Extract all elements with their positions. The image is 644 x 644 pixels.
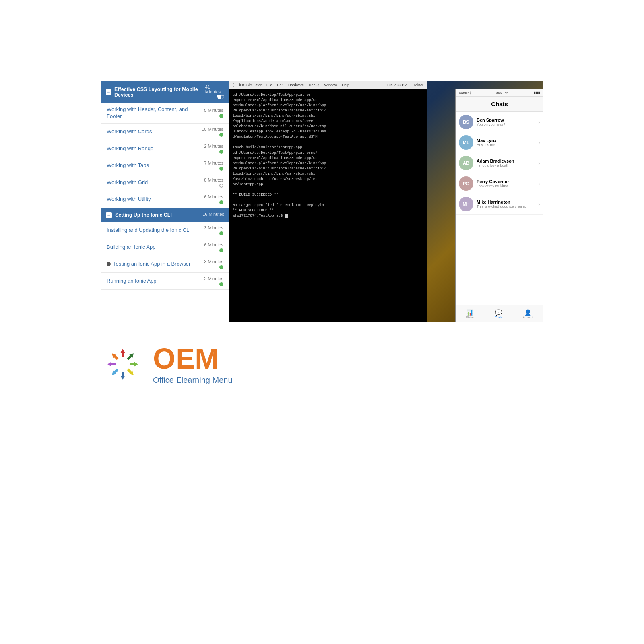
terminal-line: oolchain/usr/bin/dsymutil /Users/sc/Desk… [233,124,423,129]
item-left: Installing and Updating the Ionic CLI [107,227,195,234]
sidebar-item-header-content-footer[interactable]: Working with Header, Content, and Footer… [101,103,229,124]
item-label: Working with Header, Content, and Footer [107,106,195,120]
page-container: − Effective CSS Layouting for Mobile Dev… [0,0,644,644]
current-item-dot [107,262,111,266]
completion-dot [219,248,223,252]
menu-item-file[interactable]: File [266,83,272,87]
terminal-line [233,187,423,192]
completion-dot [219,167,223,171]
main-content: − Effective CSS Layouting for Mobile Dev… [101,80,543,322]
menu-item-simulator[interactable]: iOS Simulator [239,83,262,87]
collapse-icon[interactable]: − [106,212,112,218]
arrow-purple [107,362,116,367]
section-header-right: 41 Minutes [205,85,224,99]
terminal-line: local/bin:/usr/bin:/bin:/usr/sbin:/sbin" [233,171,423,177]
item-right: 8 Minutes [195,178,223,188]
completion-dot [219,184,223,188]
ios-nav-title: Chats [491,101,508,107]
chat-name-ben: Ben Sparrow [477,118,535,122]
chat-msg-max: Hey, it's me [477,143,535,147]
sidebar-item-running-app[interactable]: Running an Ionic App 2 Minutes [101,273,229,290]
item-left: Running an Ionic App [107,278,195,285]
chat-name-adam: Adam Bradleyson [477,159,535,163]
chat-msg-perry: Look at my muklus! [477,184,535,188]
status-tab-icon: 📊 [466,309,473,316]
chat-item-perry[interactable]: PG Perry Governor Look at my muklus! › [456,173,543,194]
arrow-darkgreen [126,352,135,361]
oem-tagline: Office Elearning Menu [153,376,233,385]
chevron-icon: › [538,160,540,166]
svg-marker-4 [126,367,135,377]
chat-item-max[interactable]: ML Max Lynx Hey, it's me › [456,132,543,153]
ios-chat-list: BS Ben Sparrow You on your way? › ML Max… [456,112,543,305]
terminal-line [233,198,423,203]
sidebar-item-tabs[interactable]: Working with Tabs 7 Minutes [101,157,229,174]
terminal-line: ulator/TestApp.app/TestApp -o /Users/sc/… [233,129,423,134]
sidebar-item-grid[interactable]: Working with Grid 8 Minutes [101,174,229,191]
section-header-left: − Setting Up the Ionic CLI [106,212,172,218]
chat-info-max: Max Lynx Hey, it's me [477,138,535,147]
oem-brand-text: OEM Office Elearning Menu [153,344,233,385]
terminal-output: cd /Users/sc/Desktop/TestApp/platfor exp… [229,89,427,322]
account-tab-icon: 👤 [524,309,531,316]
terminal-line: No target specified for emulator. Deploy… [233,203,423,208]
section-header-css[interactable]: − Effective CSS Layouting for Mobile Dev… [101,81,229,103]
terminal-line: /usr/bin/touch -c /Users/sc/Desktop/Tes [233,177,423,182]
svg-marker-3 [130,362,138,367]
item-duration: 2 Minutes [204,276,223,281]
tab-chats[interactable]: 💬 Chats [495,309,502,319]
item-label: Working with Range [107,145,195,152]
chevron-icon: › [538,119,540,125]
menu-item-edit[interactable]: Edit [277,83,283,87]
apple-icon:  [233,82,234,88]
sidebar-item-building-app[interactable]: Building an Ionic App 6 Minutes [101,239,229,256]
section-title-ionic: Setting Up the Ionic CLI [115,212,172,218]
terminal-line: Touch build/emulator/TestApp.app [233,145,423,150]
collapse-icon[interactable]: − [106,89,111,95]
arrow-yellow [126,367,135,377]
item-right: 2 Minutes [195,144,223,154]
svg-marker-0 [110,352,120,361]
item-duration: 8 Minutes [204,178,223,182]
svg-marker-2 [126,352,135,361]
item-right: 6 Minutes [195,194,223,204]
item-left: Building an Ionic App [107,244,195,251]
section-header-ionic[interactable]: − Setting Up the Ionic CLI 16 Minutes [101,208,229,222]
item-left: Working with Header, Content, and Footer [107,106,195,120]
chat-item-mike[interactable]: MH Mike Harrington This is wicked good i… [456,194,543,215]
terminal-line: d/emulator/TestApp.app/TestApp.app.dSYM [233,134,423,140]
svg-marker-7 [107,362,116,367]
sidebar-item-cards[interactable]: Working with Cards 10 Minutes [101,124,229,140]
chat-item-ben[interactable]: BS Ben Sparrow You on your way? › [456,112,543,132]
item-left: Working with Grid [107,179,195,186]
terminal-window:  iOS Simulator File Edit Hardware Debug… [229,80,427,322]
terminal-line: ** BUILD SUCCEEDED ** [233,192,423,198]
completion-dot [219,133,223,137]
item-duration: 2 Minutes [204,144,223,149]
chat-item-adam[interactable]: AB Adam Bradleyson I should buy a boat! … [456,153,543,173]
tab-status-label: Status [466,316,474,319]
sidebar-item-range[interactable]: Working with Range 2 Minutes [101,140,229,157]
sidebar-item-utility[interactable]: Working with Utility 6 Minutes [101,191,229,208]
terminal-line: cd /Users/sc/Desktop/TestApp/platforms/ [233,151,423,156]
sidebar: − Effective CSS Layouting for Mobile Dev… [101,80,229,322]
menu-item-hardware[interactable]: Hardware [288,83,304,87]
sidebar-item-testing-browser[interactable]: Testing an Ionic App in a Browser 3 Minu… [101,256,229,273]
sidebar-item-installing-cli[interactable]: Installing and Updating the Ionic CLI 3 … [101,222,229,239]
menu-item-help[interactable]: Help [342,83,350,87]
tab-account[interactable]: 👤 Account [523,309,533,319]
item-label: Testing an Ionic App in a Browser [113,261,195,268]
menu-item-debug[interactable]: Debug [309,83,320,87]
chevron-icon: › [538,139,540,146]
tab-status[interactable]: 📊 Status [466,309,474,319]
arrow-lightgreen [130,362,138,367]
oem-brand-name: OEM [153,344,233,373]
item-label: Building an Ionic App [107,244,195,251]
chat-info-adam: Adam Bradleyson I should buy a boat! [477,159,535,167]
section-header-left: − Effective CSS Layouting for Mobile Dev… [106,87,205,98]
item-label: Working with Cards [107,128,195,135]
arrow-red [120,349,125,357]
terminal-line: neSimulator.platform/Developer/usr/bin:/… [233,103,423,108]
chat-info-ben: Ben Sparrow You on your way? [477,118,535,126]
menu-item-window[interactable]: Window [324,83,337,87]
